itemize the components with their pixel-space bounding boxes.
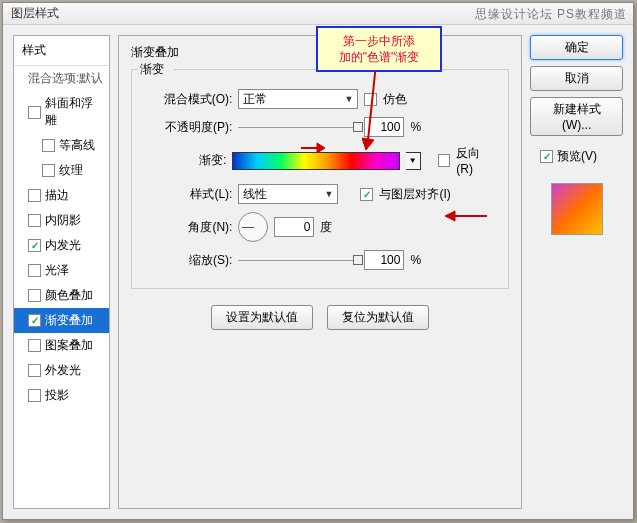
style-checkbox[interactable] — [42, 139, 55, 152]
ok-button[interactable]: 确定 — [530, 35, 623, 60]
preview-swatch — [551, 183, 603, 235]
sidebar-item-label: 外发光 — [45, 362, 81, 379]
scale-slider[interactable] — [238, 253, 358, 267]
sidebar-item-label: 光泽 — [45, 262, 69, 279]
gradient-dropdown[interactable]: ▼ — [406, 152, 421, 170]
dialog-title: 图层样式 — [11, 5, 59, 22]
new-style-button[interactable]: 新建样式(W)... — [530, 97, 623, 136]
reset-default-button[interactable]: 复位为默认值 — [327, 305, 429, 330]
right-button-panel: 确定 取消 新建样式(W)... 预览(V) — [530, 35, 623, 509]
layer-style-dialog: 图层样式 样式 混合选项:默认 斜面和浮雕等高线纹理描边内阴影内发光光泽颜色叠加… — [2, 2, 634, 520]
sidebar-item[interactable]: 纹理 — [14, 158, 109, 183]
sidebar-item[interactable]: 等高线 — [14, 133, 109, 158]
fieldset-legend: 渐变 — [140, 61, 164, 78]
style-checkbox[interactable] — [28, 106, 41, 119]
opacity-slider[interactable] — [238, 120, 358, 134]
sidebar-item[interactable]: 内发光 — [14, 233, 109, 258]
style-checkbox[interactable] — [28, 214, 41, 227]
sidebar-header: 样式 — [14, 36, 109, 66]
set-default-button[interactable]: 设置为默认值 — [211, 305, 313, 330]
sidebar-item[interactable]: 颜色叠加 — [14, 283, 109, 308]
style-checkbox[interactable] — [28, 239, 41, 252]
style-checkbox[interactable] — [28, 264, 41, 277]
styles-sidebar: 样式 混合选项:默认 斜面和浮雕等高线纹理描边内阴影内发光光泽颜色叠加渐变叠加图… — [13, 35, 110, 509]
style-checkbox[interactable] — [28, 289, 41, 302]
sidebar-item[interactable]: 渐变叠加 — [14, 308, 109, 333]
reverse-label: 反向(R) — [456, 145, 494, 176]
gradient-label: 渐变: — [146, 152, 226, 169]
style-select[interactable]: 线性▼ — [238, 184, 338, 204]
annotation-arrow-icon — [445, 208, 487, 224]
sidebar-item[interactable]: 光泽 — [14, 258, 109, 283]
sidebar-item-label: 内阴影 — [45, 212, 81, 229]
dither-label: 仿色 — [383, 91, 407, 108]
chevron-down-icon: ▼ — [345, 94, 354, 104]
preview-label: 预览(V) — [557, 148, 597, 165]
scale-label: 缩放(S): — [146, 252, 232, 269]
cancel-button[interactable]: 取消 — [530, 66, 623, 91]
preview-checkbox[interactable] — [540, 150, 553, 163]
sidebar-item-label: 斜面和浮雕 — [45, 95, 104, 129]
sidebar-item-label: 描边 — [45, 187, 69, 204]
style-checkbox[interactable] — [28, 364, 41, 377]
blend-mode-select[interactable]: 正常▼ — [238, 89, 358, 109]
style-checkbox[interactable] — [28, 389, 41, 402]
sidebar-item-label: 投影 — [45, 387, 69, 404]
angle-label: 角度(N): — [146, 219, 232, 236]
sidebar-item[interactable]: 描边 — [14, 183, 109, 208]
style-checkbox[interactable] — [28, 339, 41, 352]
svg-line-4 — [368, 64, 376, 140]
gradient-overlay-panel: 渐变叠加 渐变 混合模式(O): 正常▼ 仿色 不透明度(P): % — [118, 35, 522, 509]
angle-unit: 度 — [320, 219, 332, 236]
sidebar-item[interactable]: 外发光 — [14, 358, 109, 383]
reverse-checkbox[interactable] — [438, 154, 450, 167]
svg-marker-1 — [317, 143, 325, 153]
chevron-down-icon: ▼ — [325, 189, 334, 199]
percent-label: % — [410, 120, 421, 134]
style-label: 样式(L): — [146, 186, 232, 203]
opacity-label: 不透明度(P): — [146, 119, 232, 136]
blend-mode-label: 混合模式(O): — [146, 91, 232, 108]
sidebar-item-label: 内发光 — [45, 237, 81, 254]
annotation-callout: 第一步中所添 加的"色谱"渐变 — [316, 26, 442, 72]
sidebar-item-label: 图案叠加 — [45, 337, 93, 354]
percent-label: % — [410, 253, 421, 267]
svg-marker-5 — [362, 138, 374, 150]
sidebar-item[interactable]: 内阴影 — [14, 208, 109, 233]
sidebar-item[interactable]: 图案叠加 — [14, 333, 109, 358]
angle-input[interactable] — [274, 217, 314, 237]
align-label: 与图层对齐(I) — [379, 186, 450, 203]
style-checkbox[interactable] — [28, 189, 41, 202]
angle-dial[interactable] — [238, 212, 268, 242]
sidebar-item[interactable]: 投影 — [14, 383, 109, 408]
sidebar-item-label: 颜色叠加 — [45, 287, 93, 304]
annotation-arrow-icon — [301, 140, 325, 156]
annotation-arrow-icon — [362, 64, 382, 150]
sidebar-item-label: 纹理 — [59, 162, 83, 179]
scale-input[interactable] — [364, 250, 404, 270]
align-checkbox[interactable] — [360, 188, 373, 201]
sidebar-item-label: 渐变叠加 — [45, 312, 93, 329]
blend-options-default[interactable]: 混合选项:默认 — [14, 66, 109, 91]
style-checkbox[interactable] — [28, 314, 41, 327]
sidebar-item-label: 等高线 — [59, 137, 95, 154]
sidebar-item[interactable]: 斜面和浮雕 — [14, 91, 109, 133]
watermark-text: 思缘设计论坛 PS教程频道 — [475, 6, 627, 23]
svg-marker-3 — [445, 211, 455, 221]
gradient-fieldset: 渐变 混合模式(O): 正常▼ 仿色 不透明度(P): % 渐变: — [131, 69, 509, 289]
style-checkbox[interactable] — [42, 164, 55, 177]
